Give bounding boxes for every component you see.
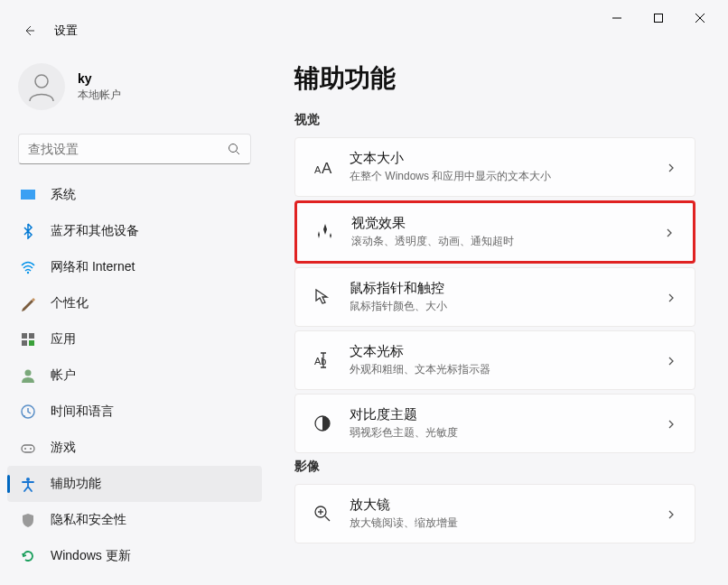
card-subtitle: 外观和粗细、文本光标指示器 — [350, 362, 649, 377]
sidebar-item-label: 蓝牙和其他设备 — [51, 223, 139, 239]
sidebar-item-label: 时间和语言 — [51, 404, 114, 420]
sidebar-item-label: 游戏 — [51, 440, 76, 456]
sidebar-item-network[interactable]: 网络和 Internet — [7, 249, 262, 285]
card-subtitle: 鼠标指针颜色、大小 — [350, 299, 649, 314]
maximize-button[interactable] — [638, 4, 679, 32]
card-body: 鼠标指针和触控鼠标指针颜色、大小 — [350, 280, 649, 314]
card-title: 文本大小 — [350, 150, 649, 167]
sidebar-item-label: 个性化 — [51, 295, 89, 311]
sidebar-item-update[interactable]: Windows 更新 — [7, 538, 262, 574]
chevron-right-icon — [666, 161, 678, 173]
settings-card-contrast[interactable]: 对比度主题弱视彩色主题、光敏度 — [294, 394, 695, 453]
card-title: 文本光标 — [350, 343, 649, 360]
sidebar: ky 本地帐户 系统蓝牙和其他设备网络和 Internet个性化应用帐户时间和语… — [0, 36, 269, 585]
svg-point-18 — [24, 448, 26, 450]
system-icon — [20, 187, 36, 203]
maximize-icon — [654, 14, 663, 23]
update-icon — [20, 548, 36, 564]
sidebar-item-bluetooth[interactable]: 蓝牙和其他设备 — [7, 213, 262, 249]
card-subtitle: 滚动条、透明度、动画、通知超时 — [351, 234, 648, 249]
search-box[interactable] — [18, 134, 251, 164]
sidebar-item-label: 网络和 Internet — [51, 259, 135, 275]
sidebar-item-label: 辅助功能 — [51, 476, 101, 492]
search-icon — [227, 142, 241, 156]
privacy-icon — [20, 512, 36, 528]
content: ky 本地帐户 系统蓝牙和其他设备网络和 Internet个性化应用帐户时间和语… — [0, 36, 728, 585]
card-body: 放大镜放大镜阅读、缩放增量 — [350, 497, 649, 531]
sidebar-item-label: 应用 — [51, 331, 76, 348]
svg-point-4 — [35, 75, 48, 88]
svg-rect-1 — [655, 14, 663, 23]
card-title: 鼠标指针和触控 — [350, 280, 649, 297]
close-icon — [695, 14, 705, 23]
sidebar-item-time[interactable]: 时间和语言 — [7, 394, 262, 430]
chevron-right-icon — [666, 507, 678, 520]
section-header: 影像 — [294, 459, 695, 475]
titlebar: 设置 — [0, 0, 728, 36]
svg-point-14 — [25, 370, 32, 376]
settings-card-mouse[interactable]: 鼠标指针和触控鼠标指针颜色、大小 — [294, 267, 695, 327]
card-body: 视觉效果滚动条、透明度、动画、通知超时 — [351, 215, 648, 249]
profile-text: ky 本地帐户 — [78, 71, 121, 103]
accessibility-icon — [20, 476, 36, 492]
search-input[interactable] — [28, 142, 227, 156]
profile[interactable]: ky 本地帐户 — [0, 54, 269, 128]
sidebar-item-accessibility[interactable]: 辅助功能 — [7, 466, 262, 502]
visual-effects-icon — [313, 221, 335, 243]
time-icon — [20, 404, 36, 420]
svg-line-27 — [325, 516, 330, 521]
settings-card-visual-effects[interactable]: 视觉效果滚动条、透明度、动画、通知超时 — [294, 200, 695, 264]
chevron-right-icon — [666, 291, 678, 303]
card-title: 视觉效果 — [351, 215, 648, 232]
card-body: 文本大小在整个 Windows 和应用中显示的文本大小 — [350, 150, 649, 184]
minimize-button[interactable] — [596, 4, 638, 32]
nav: 系统蓝牙和其他设备网络和 Internet个性化应用帐户时间和语言游戏辅助功能隐… — [0, 177, 269, 574]
sidebar-item-system[interactable]: 系统 — [7, 177, 262, 213]
personalize-icon — [20, 295, 36, 311]
card-body: 文本光标外观和粗细、文本光标指示器 — [350, 343, 649, 377]
card-title: 放大镜 — [350, 497, 649, 514]
card-subtitle: 弱视彩色主题、光敏度 — [350, 425, 649, 441]
svg-text:A: A — [322, 160, 332, 177]
settings-card-magnifier[interactable]: 放大镜放大镜阅读、缩放增量 — [294, 484, 695, 543]
section-header: 视觉 — [294, 112, 695, 128]
card-subtitle: 放大镜阅读、缩放增量 — [350, 515, 649, 531]
arrow-left-icon — [22, 23, 36, 38]
profile-subtitle: 本地帐户 — [78, 88, 121, 103]
svg-line-6 — [237, 152, 240, 155]
settings-card-text-cursor[interactable]: Ab文本光标外观和粗细、文本光标指示器 — [294, 330, 695, 390]
sidebar-item-apps[interactable]: 应用 — [7, 321, 262, 358]
svg-text:A: A — [314, 164, 322, 175]
svg-point-9 — [27, 272, 29, 274]
window-title: 设置 — [54, 23, 78, 39]
sidebar-item-privacy[interactable]: 隐私和安全性 — [7, 502, 262, 538]
svg-point-16 — [23, 415, 25, 417]
minimize-icon — [612, 14, 621, 23]
sidebar-item-gaming[interactable]: 游戏 — [7, 430, 262, 466]
avatar — [18, 63, 65, 110]
card-body: 对比度主题弱视彩色主题、光敏度 — [350, 406, 649, 441]
sidebar-item-label: 帐户 — [51, 367, 76, 384]
close-button[interactable] — [679, 4, 721, 32]
main: 辅助功能 视觉AA文本大小在整个 Windows 和应用中显示的文本大小视觉效果… — [269, 36, 728, 585]
card-subtitle: 在整个 Windows 和应用中显示的文本大小 — [350, 169, 649, 184]
svg-rect-8 — [21, 190, 35, 200]
chevron-right-icon — [664, 226, 677, 238]
svg-point-20 — [26, 478, 30, 481]
page-title: 辅助功能 — [294, 61, 695, 96]
sidebar-item-personalize[interactable]: 个性化 — [7, 285, 262, 321]
window: 设置 ky 本地帐户 — [0, 0, 728, 585]
sidebar-item-account[interactable]: 帐户 — [7, 358, 262, 394]
chevron-right-icon — [666, 354, 678, 367]
sidebar-item-label: Windows 更新 — [51, 548, 131, 564]
back-button[interactable] — [20, 22, 38, 40]
svg-rect-17 — [22, 445, 34, 452]
svg-rect-10 — [22, 333, 27, 339]
settings-card-text-size[interactable]: AA文本大小在整个 Windows 和应用中显示的文本大小 — [294, 137, 695, 197]
card-title: 对比度主题 — [350, 406, 649, 423]
svg-rect-13 — [29, 340, 34, 346]
svg-rect-11 — [29, 333, 34, 339]
account-icon — [20, 367, 36, 384]
apps-icon — [20, 331, 36, 348]
sidebar-item-label: 隐私和安全性 — [51, 512, 126, 528]
